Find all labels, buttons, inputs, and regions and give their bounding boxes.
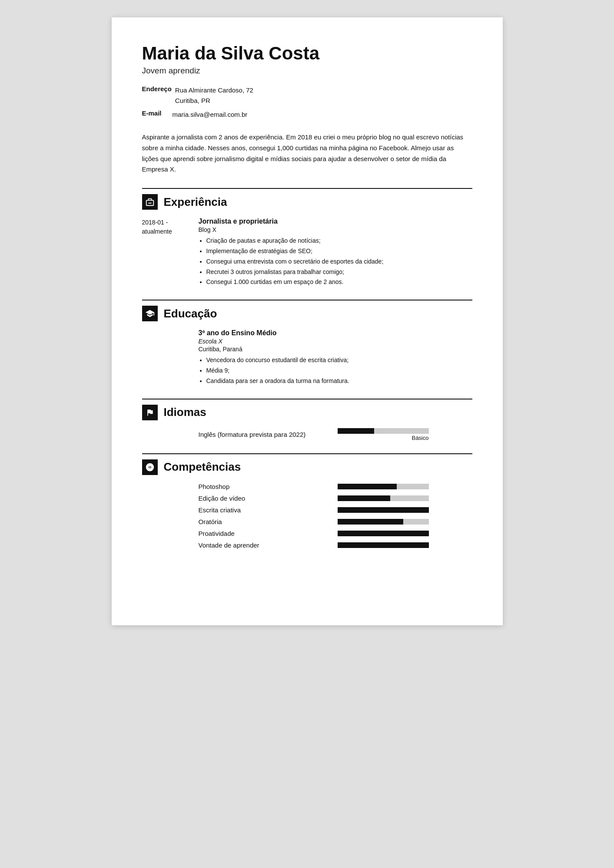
summary-text: Aspirante a jornalista com 2 anos de exp… xyxy=(142,132,472,175)
skills-list: Photoshop Edição de vídeo Escrita criati… xyxy=(142,483,472,549)
exp-company: Blog X xyxy=(199,226,472,233)
edu-degree: 3º ano do Ensino Médio xyxy=(199,329,472,337)
skill-row: Vontade de aprender xyxy=(199,541,472,549)
exp-bullet: Consegui 1.000 curtidas em um espaço de … xyxy=(206,277,472,287)
languages-header: Idiomas xyxy=(142,399,472,420)
experience-icon xyxy=(142,194,158,210)
exp-bullets: Criação de pautas e apuração de notícias… xyxy=(206,236,472,287)
skills-title: Competências xyxy=(164,460,241,474)
languages-title: Idiomas xyxy=(164,406,206,419)
skill-bar-fill xyxy=(338,542,429,548)
email-label: E-mail xyxy=(142,109,169,117)
email-block: E-mail maria.silva@email.com.br xyxy=(142,109,472,120)
resume-page: Maria da Silva Costa Jovem aprendiz Ende… xyxy=(112,17,503,625)
email-value: maria.silva@email.com.br xyxy=(173,109,248,120)
education-title: Educação xyxy=(164,307,217,320)
skill-bar-fill xyxy=(338,507,429,513)
skill-bar-fill xyxy=(338,519,403,525)
skill-name: Oratória xyxy=(199,518,338,525)
lang-name: Inglês (formatura prevista para 2022) xyxy=(199,431,338,438)
skill-row: Oratória xyxy=(199,518,472,525)
exp-bullet: Criação de pautas e apuração de notícias… xyxy=(206,236,472,246)
lang-bar-fill xyxy=(338,428,374,434)
skill-bar-fill xyxy=(338,495,391,501)
skill-bar-wrap xyxy=(338,495,429,501)
lang-level-label: Básico xyxy=(412,435,428,441)
exp-bullet: Implementação de estratégias de SEO; xyxy=(206,246,472,257)
skill-name: Photoshop xyxy=(199,483,338,490)
edu-bullet: Vencedora do concurso estudantil de escr… xyxy=(206,355,472,366)
edu-bullets: Vencedora do concurso estudantil de escr… xyxy=(206,355,472,386)
edu-school: Escola X xyxy=(199,338,472,345)
lang-bar-wrap xyxy=(338,428,429,434)
skill-name: Proatividade xyxy=(199,530,338,537)
skill-row: Edição de vídeo xyxy=(199,495,472,502)
education-section: Educação 3º ano do Ensino Médio Escola X… xyxy=(142,300,472,386)
skill-name: Vontade de aprender xyxy=(199,541,338,549)
skill-bar-wrap xyxy=(338,542,429,548)
exp-job-title: Jornalista e proprietária xyxy=(199,218,472,225)
svg-rect-0 xyxy=(148,203,151,204)
skill-name: Escrita criativa xyxy=(199,506,338,514)
experience-section: Experiência 2018-01 - atualmente Jornali… xyxy=(142,188,472,287)
exp-bullet: Consegui uma entrevista com o secretário… xyxy=(206,257,472,267)
skill-bar-wrap xyxy=(338,531,429,536)
skill-bar-fill xyxy=(338,531,429,536)
skill-bar-wrap xyxy=(338,484,429,489)
exp-content: Jornalista e proprietária Blog X Criação… xyxy=(199,218,472,287)
lang-bar-container: Básico xyxy=(338,428,429,441)
address-label: Endereço xyxy=(142,85,172,92)
address-block: Endereço Rua Almirante Cardoso, 72 Curit… xyxy=(142,85,472,106)
exp-dates: 2018-01 - atualmente xyxy=(142,218,199,287)
skill-name: Edição de vídeo xyxy=(199,495,338,502)
languages-section: Idiomas Inglês (formatura prevista para … xyxy=(142,399,472,441)
skills-icon xyxy=(142,459,158,475)
experience-header: Experiência xyxy=(142,188,472,210)
skill-bar-wrap xyxy=(338,519,429,525)
experience-title: Experiência xyxy=(164,195,227,209)
edu-bullet: Média 9; xyxy=(206,366,472,376)
experience-entry: 2018-01 - atualmente Jornalista e propri… xyxy=(142,218,472,287)
language-row: Inglês (formatura prevista para 2022) Bá… xyxy=(199,428,472,441)
edu-bullet: Candidata para ser a oradora da turma na… xyxy=(206,376,472,386)
candidate-title: Jovem aprendiz xyxy=(142,66,472,76)
languages-icon xyxy=(142,405,158,420)
competence-icon xyxy=(145,462,155,472)
candidate-name: Maria da Silva Costa xyxy=(142,43,472,63)
graduation-icon xyxy=(145,309,155,318)
skill-bar-wrap xyxy=(338,507,429,513)
education-header: Educação xyxy=(142,300,472,321)
education-entry: 3º ano do Ensino Médio Escola X Curitiba… xyxy=(199,329,472,386)
skill-row: Escrita criativa xyxy=(199,506,472,514)
flag-icon xyxy=(146,408,154,417)
skills-header: Competências xyxy=(142,453,472,475)
education-icon xyxy=(142,306,158,321)
briefcase-icon xyxy=(145,197,155,207)
skill-row: Proatividade xyxy=(199,530,472,537)
exp-bullet: Recrutei 3 outros jornalistas para traba… xyxy=(206,267,472,277)
edu-location: Curitiba, Paraná xyxy=(199,346,472,353)
skill-bar-fill xyxy=(338,484,397,489)
address-value: Rua Almirante Cardoso, 72 Curitiba, PR xyxy=(175,85,253,106)
skills-section: Competências Photoshop Edição de vídeo E… xyxy=(142,453,472,549)
skill-row: Photoshop xyxy=(199,483,472,490)
